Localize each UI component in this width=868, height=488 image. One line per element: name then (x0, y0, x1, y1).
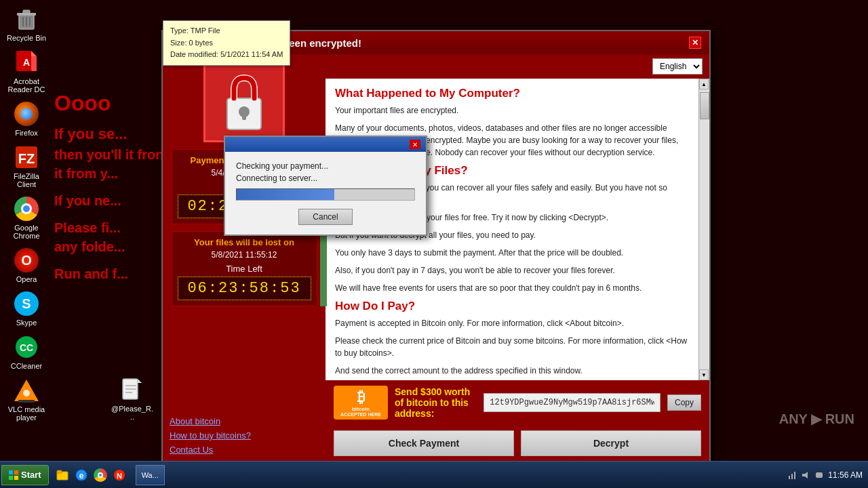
bitcoin-logo-line2: ACCEPTED HERE (340, 412, 381, 417)
contact-us-link[interactable]: Contact Us (170, 445, 251, 455)
desktop-icon-recycle-bin[interactable]: Recycle Bin (3, 3, 50, 45)
taskbar-chrome-icon[interactable] (92, 467, 108, 483)
about-bitcoin-link[interactable]: About bitcoin (170, 416, 251, 426)
firefox-label: Firefox (15, 129, 38, 137)
wannacry-right-panel: English What Happened to My Computer? Yo… (326, 54, 709, 461)
filezilla-label: FileZilla Client (5, 172, 47, 188)
section3-p3: And send the correct amount to the addre… (335, 365, 689, 377)
network-tray-icon (787, 470, 797, 480)
language-selector[interactable]: English (652, 58, 703, 75)
start-button[interactable]: Start (1, 465, 49, 485)
svg-rect-15 (18, 400, 35, 403)
opera-icon: O (13, 247, 40, 274)
please-r-icon (119, 376, 146, 403)
progress-status-1: Checking your payment... (236, 161, 415, 171)
progress-status-2: Connecting to server... (236, 174, 415, 183)
svg-rect-8 (31, 56, 37, 71)
opera-label: Opera (16, 275, 37, 283)
vlc-label: VLC media player (5, 405, 47, 422)
desktop-icon-filezilla[interactable]: FZ FileZilla Client (3, 141, 50, 191)
svg-rect-33 (14, 470, 18, 474)
files-lost-date: 5/8/2021 11:55:12 (178, 250, 311, 260)
desktop-icon-opera[interactable]: O Opera (3, 244, 50, 286)
svg-rect-44 (794, 472, 795, 479)
tooltip-size-label: Size: (170, 39, 186, 47)
desktop-icon-vlc[interactable]: VLC media player (3, 374, 50, 424)
acrobat-icon: A (13, 49, 40, 76)
scroll-down-btn[interactable]: ▼ (699, 369, 709, 380)
progress-dialog: ✕ Checking your payment... Connecting to… (224, 136, 427, 236)
check-payment-button[interactable]: Check Payment (334, 430, 514, 456)
taskbar: Start e N (0, 461, 868, 488)
desktop-background-text: Oooo If you se... then you'll it fron it… (54, 88, 163, 283)
section3-p1: Payment is accepted in Bitcoin only. For… (335, 317, 689, 329)
left-links: About bitcoin How to buy bitcoins? Conta… (170, 416, 251, 455)
copy-button[interactable]: Copy (667, 394, 701, 411)
content-scrollbar[interactable]: ▲ ▼ (698, 79, 709, 380)
desktop-icon-firefox[interactable]: Firefox (3, 98, 50, 140)
section1-title: What Happened to My Computer? (335, 87, 689, 100)
svg-point-16 (23, 390, 30, 396)
tooltip-type-label: Type: (170, 26, 189, 35)
wannacry-body: Payment will be raised on 5/4/2021 11:55… (163, 54, 709, 461)
desktop: Oooo If you se... then you'll it fron it… (0, 0, 868, 461)
taskbar-wannacry-window[interactable]: Wa... (136, 465, 165, 485)
how-to-buy-link[interactable]: How to buy bitcoins? (170, 430, 251, 441)
tooltip-size-value: 0 bytes (189, 39, 213, 47)
decrypt-button[interactable]: Decrypt (521, 430, 701, 456)
taskbar-security-icon[interactable]: N (111, 467, 127, 483)
desktop-icon-ccleaner[interactable]: CC CCleaner (3, 331, 50, 373)
anyrun-watermark: ANY ▶ RUN (779, 411, 854, 427)
timer-2: 06:23:58:53 (178, 277, 311, 300)
section2-p6: We will have free events for users that … (335, 282, 689, 294)
wannacry-left-panel: Payment will be raised on 5/4/2021 11:55… (163, 54, 326, 461)
section2-p5: Also, if you don't pay in 7 days, you wo… (335, 264, 689, 277)
files-lost-box: Your files will be lost on 5/8/2021 11:5… (172, 231, 317, 306)
section1-p1: Your important files are encrypted. (335, 104, 689, 117)
svg-marker-7 (31, 51, 37, 56)
taskbar-explorer-icon[interactable] (54, 467, 71, 483)
tooltip-type-value: TMP File (191, 26, 220, 35)
volume-tray-icon (801, 470, 810, 480)
svg-text:FZ: FZ (18, 151, 35, 166)
desktop-icon-acrobat[interactable]: A Acrobat Reader DC (3, 46, 50, 96)
taskbar-icons: e N Wa... (54, 465, 165, 485)
notification-tray-icon (814, 470, 824, 480)
desktop-icon-skype[interactable]: S Skype (3, 287, 50, 329)
scroll-up-btn[interactable]: ▲ (699, 79, 709, 89)
bottom-buttons: Check Payment Decrypt (326, 425, 709, 461)
taskbar-right: 11:56 AM (787, 470, 868, 480)
language-bar: English (326, 54, 709, 79)
lock-svg (217, 71, 271, 132)
chrome-label: Google Chrome (5, 224, 47, 240)
bitcoin-logo-line1: bitcoin (352, 406, 370, 412)
filezilla-icon: FZ (13, 144, 40, 171)
wannacry-close-button[interactable]: ✕ (689, 37, 701, 49)
svg-rect-31 (242, 110, 246, 120)
start-label: Start (21, 470, 41, 480)
recycle-bin-icon (13, 5, 40, 33)
desktop-icon-chrome[interactable]: Google Chrome (3, 192, 50, 243)
progress-bar-container (236, 188, 415, 201)
progress-cancel-button[interactable]: Cancel (298, 209, 352, 225)
files-lost-wrapper: Your files will be lost on 5/8/2021 11:5… (172, 231, 317, 306)
taskbar-ie-icon[interactable]: e (73, 467, 90, 483)
lock-icon-container (203, 61, 285, 142)
svg-rect-35 (14, 476, 18, 480)
desktop-icon-please-r[interactable]: @Please_R... (108, 373, 156, 424)
tooltip-date-value: 5/1/2021 11:54 AM (220, 50, 283, 58)
svg-rect-46 (816, 472, 823, 478)
section2-p4: You only have 3 days to submit the payme… (335, 247, 689, 259)
scroll-thumb[interactable] (700, 92, 709, 119)
progress-bar-fill (237, 189, 334, 200)
chrome-icon (13, 195, 40, 222)
skype-icon: S (13, 290, 40, 317)
progress-close-button[interactable]: ✕ (410, 140, 420, 149)
taskbar-time: 11:56 AM (828, 470, 863, 480)
svg-text:N: N (117, 472, 122, 480)
section3-p2: Please check the current price of Bitcoi… (335, 335, 689, 359)
bitcoin-address-input[interactable] (484, 393, 660, 412)
svg-rect-34 (9, 476, 13, 480)
svg-rect-42 (789, 476, 790, 479)
file-tooltip: Type: TMP File Size: 0 bytes Date modifi… (163, 20, 290, 66)
